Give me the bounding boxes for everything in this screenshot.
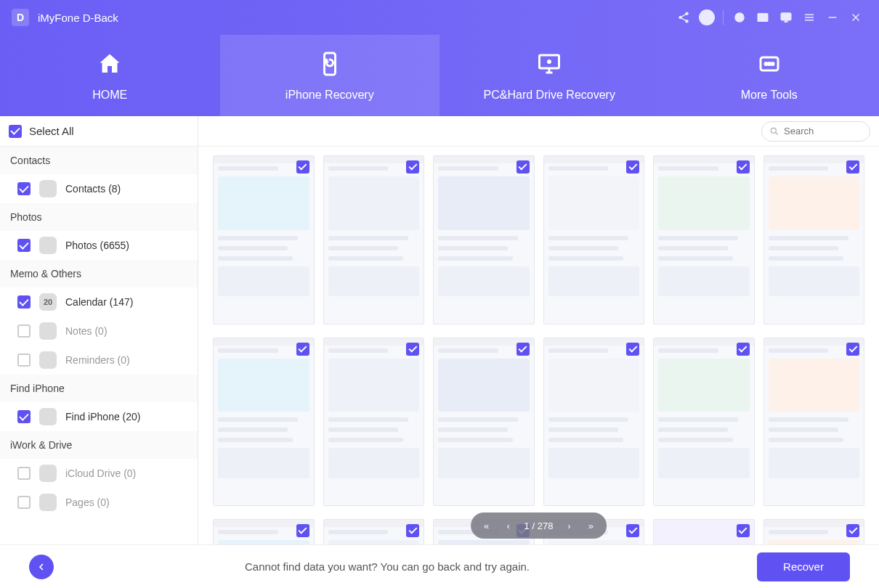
select-all-checkbox[interactable] [9,125,22,138]
main-toolbar [198,116,879,147]
account-icon[interactable] [695,6,718,29]
feedback-icon[interactable] [774,6,798,29]
photo-thumbnail[interactable] [323,519,425,544]
photo-thumbnail[interactable] [763,338,865,507]
item-checkbox[interactable] [17,496,31,509]
thumb-checkbox[interactable] [737,343,750,356]
search-input[interactable] [784,126,856,136]
home-icon [95,49,124,78]
svg-line-21 [776,132,778,134]
thumb-checkbox[interactable] [517,160,530,173]
thumb-checkbox[interactable] [737,160,750,173]
item-label: Reminders (0) [65,354,130,366]
photo-thumbnail[interactable] [763,155,865,324]
svg-point-15 [548,61,551,63]
pager-prev[interactable]: ‹ [503,520,514,531]
category-header: iWork & Drive [0,431,198,459]
svg-point-2 [738,16,742,20]
nav-iphone-recovery[interactable]: iPhone Recovery [220,35,440,116]
item-checkbox[interactable] [17,182,31,195]
thumb-checkbox[interactable] [846,524,859,537]
thumb-checkbox[interactable] [296,524,309,537]
thumb-checkbox[interactable] [406,343,419,356]
photo-thumbnail[interactable] [323,155,425,324]
thumb-checkbox[interactable] [406,160,419,173]
nav-more-tools[interactable]: More Tools [660,35,880,116]
close-icon[interactable] [844,6,867,29]
photo-thumbnail[interactable] [653,519,755,544]
pager-next[interactable]: › [563,520,575,531]
pager: « ‹ 1 / 278 › » [471,513,607,539]
mail-icon[interactable] [751,6,774,29]
recover-button[interactable]: Recover [757,552,850,581]
sidebar-item[interactable]: Photos (6655) [0,231,198,260]
app-title: iMyFone D-Back [38,12,118,24]
search-box[interactable] [761,121,870,142]
thumb-checkbox[interactable] [517,343,530,356]
item-label: Notes (0) [65,325,108,337]
nav-home[interactable]: HOME [0,35,220,116]
svg-point-20 [771,128,776,133]
photo-thumbnail[interactable] [543,338,645,507]
settings-icon[interactable] [728,6,751,29]
item-label: Photos (6655) [65,240,129,251]
sidebar-item[interactable]: Pages (0) [0,488,198,517]
thumb-checkbox[interactable] [846,160,859,173]
photo-thumbnail[interactable] [213,338,315,507]
photo-thumbnail[interactable] [543,155,645,324]
item-checkbox[interactable] [17,410,31,423]
item-checkbox[interactable] [17,354,31,367]
sidebar-item[interactable]: Reminders (0) [0,346,198,375]
footer-message: Cannot find data you want? You can go ba… [29,560,745,573]
category-icon: 20 [39,293,57,311]
thumb-checkbox[interactable] [626,343,639,356]
select-all-row[interactable]: Select All [0,116,198,147]
item-checkbox[interactable] [17,239,31,252]
svg-rect-4 [781,13,791,20]
svg-point-0 [705,13,709,17]
thumb-checkbox[interactable] [296,343,309,356]
thumb-checkbox[interactable] [406,524,419,537]
thumb-checkbox[interactable] [737,524,750,537]
photo-thumbnail[interactable] [433,338,535,507]
photo-thumbnail[interactable] [213,519,315,544]
thumb-checkbox[interactable] [626,160,639,173]
nav-iphone-label: iPhone Recovery [285,89,374,102]
category-icon [39,237,57,254]
category-icon [39,351,57,369]
share-icon[interactable] [672,6,695,29]
item-checkbox[interactable] [17,324,31,338]
menu-icon[interactable] [798,6,821,29]
photo-thumbnail[interactable] [653,338,755,507]
minimize-icon[interactable] [821,6,844,29]
thumb-checkbox[interactable] [846,343,859,356]
item-checkbox[interactable] [17,467,31,480]
thumb-checkbox[interactable] [296,160,309,173]
category-icon [39,408,57,425]
sidebar-item[interactable]: 20Calendar (147) [0,287,198,317]
nav-tools-label: More Tools [741,89,798,102]
svg-point-18 [768,63,770,65]
category-icon [39,494,57,511]
sidebar-item[interactable]: Find iPhone (20) [0,402,198,431]
photo-thumbnail[interactable] [433,155,535,324]
select-all-label: Select All [29,125,74,137]
sidebar-item[interactable]: Contacts (8) [0,174,198,203]
item-checkbox[interactable] [17,295,31,309]
category-header: Memo & Others [0,260,198,287]
sidebar-item[interactable]: iCloud Drive (0) [0,459,198,488]
photo-thumbnail[interactable] [653,155,755,324]
main-nav: HOME iPhone Recovery PC&Hard Drive Recov… [0,35,879,116]
item-label: Calendar (147) [65,296,133,308]
sidebar-item[interactable]: Notes (0) [0,317,198,346]
pager-text: 1 / 278 [524,520,554,531]
main-panel: « ‹ 1 / 278 › » [198,116,879,544]
app-logo: D [12,9,29,26]
thumb-checkbox[interactable] [626,524,639,537]
pager-last[interactable]: » [585,520,596,531]
pager-first[interactable]: « [481,520,493,531]
photo-thumbnail[interactable] [213,155,315,324]
photo-thumbnail[interactable] [763,519,865,544]
photo-thumbnail[interactable] [323,338,425,507]
nav-pc-recovery[interactable]: PC&Hard Drive Recovery [440,35,660,116]
